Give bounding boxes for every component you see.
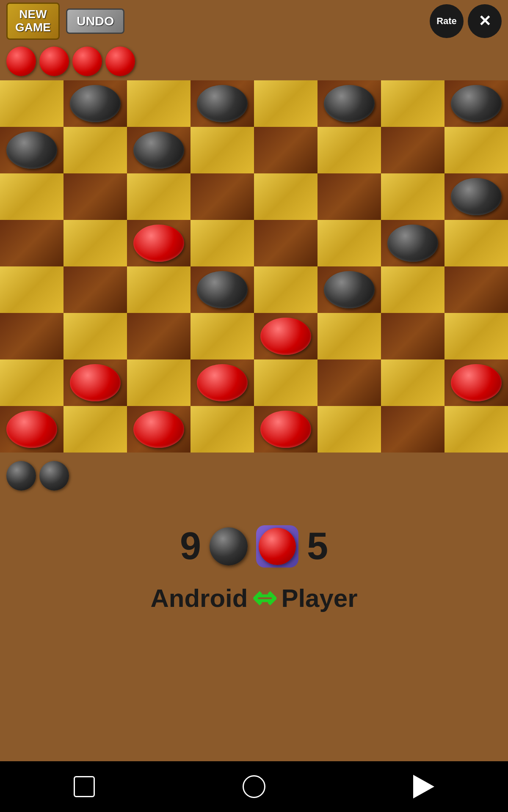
- cell-1-3[interactable]: [190, 127, 254, 173]
- cell-4-7[interactable]: [444, 266, 508, 313]
- score-row: 9 5: [180, 524, 328, 568]
- cell-4-1[interactable]: [64, 266, 127, 313]
- captured-piece-red-1: [6, 47, 36, 76]
- checkerboard[interactable]: [0, 80, 508, 453]
- black-piece: [324, 85, 375, 122]
- home-button[interactable]: [243, 775, 265, 798]
- cell-7-6[interactable]: [381, 406, 444, 453]
- cell-4-2[interactable]: [127, 266, 190, 313]
- red-piece: [6, 411, 57, 448]
- cell-1-5[interactable]: [318, 127, 381, 173]
- back-icon: [74, 776, 95, 797]
- cell-5-3[interactable]: [190, 313, 254, 359]
- cell-7-0[interactable]: [0, 406, 64, 453]
- cell-3-7[interactable]: [444, 220, 508, 266]
- player-label-row: Android ⇔ Player: [150, 581, 357, 615]
- cell-4-5[interactable]: [318, 266, 381, 313]
- cell-6-7[interactable]: [444, 359, 508, 406]
- recent-icon: [413, 775, 434, 798]
- cell-0-7[interactable]: [444, 80, 508, 127]
- close-button[interactable]: ✕: [468, 4, 502, 38]
- cell-2-1[interactable]: [64, 173, 127, 220]
- cell-5-2[interactable]: [127, 313, 190, 359]
- black-piece: [451, 85, 502, 122]
- cell-3-1[interactable]: [64, 220, 127, 266]
- cell-5-0[interactable]: [0, 313, 64, 359]
- cell-2-2[interactable]: [127, 173, 190, 220]
- captured-top-row: [0, 42, 508, 80]
- red-piece: [133, 225, 184, 262]
- cell-0-3[interactable]: [190, 80, 254, 127]
- captured-piece-red-2: [39, 47, 69, 76]
- cell-1-1[interactable]: [64, 127, 127, 173]
- black-piece: [324, 271, 375, 308]
- cell-4-4[interactable]: [254, 266, 318, 313]
- cell-7-3[interactable]: [190, 406, 254, 453]
- cell-3-5[interactable]: [318, 220, 381, 266]
- bottom-area: 9 5 Android ⇔ Player: [0, 453, 508, 782]
- black-piece: [70, 85, 121, 122]
- red-piece: [197, 364, 248, 401]
- cell-6-6[interactable]: [381, 359, 444, 406]
- cell-1-0[interactable]: [0, 127, 64, 173]
- score-black-piece: [210, 527, 248, 565]
- cell-4-3[interactable]: [190, 266, 254, 313]
- cell-1-4[interactable]: [254, 127, 318, 173]
- cell-6-3[interactable]: [190, 359, 254, 406]
- captured-bottom-row: [0, 453, 508, 491]
- cell-1-2[interactable]: [127, 127, 190, 173]
- cell-0-4[interactable]: [254, 80, 318, 127]
- cell-2-6[interactable]: [381, 173, 444, 220]
- cell-5-7[interactable]: [444, 313, 508, 359]
- cell-5-6[interactable]: [381, 313, 444, 359]
- cell-6-5[interactable]: [318, 359, 381, 406]
- red-piece: [260, 318, 311, 355]
- black-piece: [133, 132, 184, 169]
- cell-0-5[interactable]: [318, 80, 381, 127]
- cell-5-1[interactable]: [64, 313, 127, 359]
- cell-1-7[interactable]: [444, 127, 508, 173]
- recent-apps-button[interactable]: [413, 775, 434, 798]
- cell-1-6[interactable]: [381, 127, 444, 173]
- cell-3-2[interactable]: [127, 220, 190, 266]
- cell-4-0[interactable]: [0, 266, 64, 313]
- cell-6-0[interactable]: [0, 359, 64, 406]
- versus-arrow-icon: ⇔: [252, 581, 277, 615]
- cell-0-1[interactable]: [64, 80, 127, 127]
- cell-3-0[interactable]: [0, 220, 64, 266]
- cell-2-3[interactable]: [190, 173, 254, 220]
- cell-2-0[interactable]: [0, 173, 64, 220]
- black-piece: [197, 271, 248, 308]
- cell-7-2[interactable]: [127, 406, 190, 453]
- cell-3-4[interactable]: [254, 220, 318, 266]
- black-piece: [451, 178, 502, 215]
- cell-2-5[interactable]: [318, 173, 381, 220]
- cell-6-4[interactable]: [254, 359, 318, 406]
- rate-button[interactable]: Rate: [430, 4, 464, 38]
- undo-button[interactable]: UNDO: [66, 8, 124, 34]
- cell-5-4[interactable]: [254, 313, 318, 359]
- cell-2-7[interactable]: [444, 173, 508, 220]
- cell-7-7[interactable]: [444, 406, 508, 453]
- cell-0-2[interactable]: [127, 80, 190, 127]
- captured-piece-black-2: [39, 461, 69, 491]
- cell-7-5[interactable]: [318, 406, 381, 453]
- back-button[interactable]: [74, 776, 95, 797]
- cell-3-3[interactable]: [190, 220, 254, 266]
- cell-0-0[interactable]: [0, 80, 64, 127]
- score-red-piece-container: [256, 525, 298, 568]
- captured-piece-black-1: [6, 461, 36, 491]
- cell-7-4[interactable]: [254, 406, 318, 453]
- cell-3-6[interactable]: [381, 220, 444, 266]
- cell-7-1[interactable]: [64, 406, 127, 453]
- cell-0-6[interactable]: [381, 80, 444, 127]
- cell-4-6[interactable]: [381, 266, 444, 313]
- cell-2-4[interactable]: [254, 173, 318, 220]
- home-icon: [243, 775, 265, 798]
- top-bar: NEW GAME UNDO Rate ✕: [0, 0, 508, 42]
- cell-6-1[interactable]: [64, 359, 127, 406]
- cell-6-2[interactable]: [127, 359, 190, 406]
- new-game-button[interactable]: NEW GAME: [6, 3, 60, 40]
- score-red-piece: [259, 528, 296, 565]
- cell-5-5[interactable]: [318, 313, 381, 359]
